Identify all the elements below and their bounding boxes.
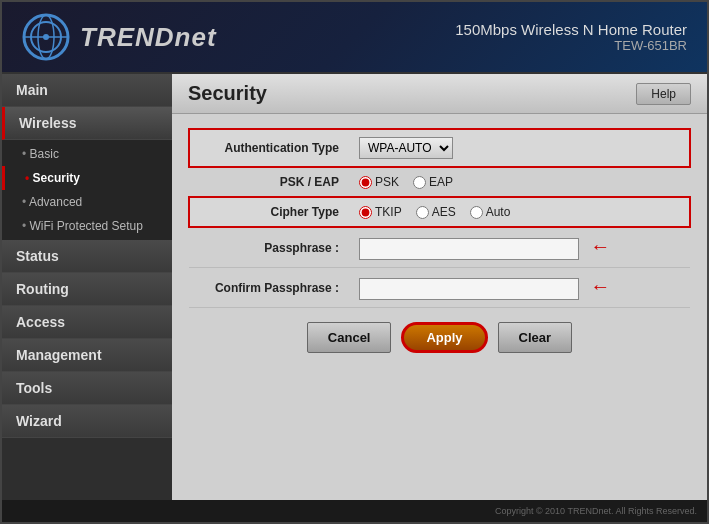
eap-label-text: EAP	[429, 175, 453, 189]
aes-radio[interactable]	[416, 206, 429, 219]
confirm-passphrase-arrow-icon: ←	[590, 275, 610, 298]
passphrase-label: Passphrase :	[189, 227, 349, 268]
clear-button[interactable]: Clear	[498, 322, 573, 353]
auth-type-label: Authentication Type	[189, 129, 349, 167]
tkip-radio[interactable]	[359, 206, 372, 219]
sidebar-item-status[interactable]: Status	[2, 240, 172, 273]
brand-name: TRENDnet	[80, 22, 217, 53]
passphrase-input[interactable]	[359, 238, 579, 260]
psk-eap-cell: PSK EAP	[349, 167, 690, 197]
cipher-type-cell: TKIP AES Auto	[349, 197, 690, 227]
apply-button[interactable]: Apply	[401, 322, 487, 353]
sidebar-item-main[interactable]: Main	[2, 74, 172, 107]
aes-label-text: AES	[432, 205, 456, 219]
page-header: Security Help	[172, 74, 707, 114]
psk-eap-row: PSK / EAP PSK EAP	[189, 167, 690, 197]
sidebar-subitem-wifi-protected[interactable]: WiFi Protected Setup	[2, 214, 172, 238]
footer: Copyright © 2010 TRENDnet. All Rights Re…	[2, 500, 707, 522]
confirm-passphrase-cell: ←	[349, 268, 690, 308]
psk-radio[interactable]	[359, 176, 372, 189]
auto-label-text: Auto	[486, 205, 511, 219]
logo-area: TRENDnet	[22, 13, 217, 61]
confirm-passphrase-input[interactable]	[359, 278, 579, 300]
aes-radio-label[interactable]: AES	[416, 205, 456, 219]
sidebar-item-tools[interactable]: Tools	[2, 372, 172, 405]
svg-point-4	[43, 34, 49, 40]
header: TRENDnet 150Mbps Wireless N Home Router …	[2, 2, 707, 74]
sidebar-item-wizard[interactable]: Wizard	[2, 405, 172, 438]
psk-radio-label[interactable]: PSK	[359, 175, 399, 189]
sidebar-item-routing[interactable]: Routing	[2, 273, 172, 306]
copyright-text: Copyright © 2010 TRENDnet. All Rights Re…	[495, 506, 697, 516]
cancel-button[interactable]: Cancel	[307, 322, 392, 353]
tkip-radio-label[interactable]: TKIP	[359, 205, 402, 219]
trendnet-logo-icon	[22, 13, 70, 61]
auth-type-cell: WPA-AUTO WPA WPA2 WEP None	[349, 129, 690, 167]
sidebar-item-wireless[interactable]: Wireless	[2, 107, 172, 140]
eap-radio-label[interactable]: EAP	[413, 175, 453, 189]
model-number: TEW-651BR	[455, 38, 687, 53]
psk-eap-radio-group: PSK EAP	[359, 175, 680, 189]
buttons-row: Cancel Apply Clear	[188, 312, 691, 363]
auth-type-select[interactable]: WPA-AUTO WPA WPA2 WEP None	[359, 137, 453, 159]
help-button[interactable]: Help	[636, 83, 691, 105]
sidebar-subitem-security[interactable]: Security	[2, 166, 172, 190]
cipher-type-label: Cipher Type	[189, 197, 349, 227]
app-frame: TRENDnet 150Mbps Wireless N Home Router …	[0, 0, 709, 524]
sidebar-item-access[interactable]: Access	[2, 306, 172, 339]
form-area: Authentication Type WPA-AUTO WPA WPA2 WE…	[172, 114, 707, 500]
sidebar-subitem-basic[interactable]: Basic	[2, 142, 172, 166]
sidebar-subitem-advanced[interactable]: Advanced	[2, 190, 172, 214]
auth-type-row: Authentication Type WPA-AUTO WPA WPA2 WE…	[189, 129, 690, 167]
confirm-passphrase-label: Confirm Passphrase :	[189, 268, 349, 308]
auto-radio[interactable]	[470, 206, 483, 219]
cipher-radio-group: TKIP AES Auto	[359, 205, 679, 219]
confirm-passphrase-row: Confirm Passphrase : ←	[189, 268, 690, 308]
eap-radio[interactable]	[413, 176, 426, 189]
cipher-type-row: Cipher Type TKIP AES	[189, 197, 690, 227]
passphrase-cell: ←	[349, 227, 690, 268]
header-right: 150Mbps Wireless N Home Router TEW-651BR	[455, 21, 687, 53]
sidebar-item-management[interactable]: Management	[2, 339, 172, 372]
psk-label-text: PSK	[375, 175, 399, 189]
tkip-label-text: TKIP	[375, 205, 402, 219]
sidebar: Main Wireless Basic Security Advanced Wi…	[2, 74, 172, 500]
wireless-submenu: Basic Security Advanced WiFi Protected S…	[2, 140, 172, 240]
content-area: Main Wireless Basic Security Advanced Wi…	[2, 74, 707, 500]
main-panel: Security Help Authentication Type WPA-AU…	[172, 74, 707, 500]
psk-eap-label: PSK / EAP	[189, 167, 349, 197]
product-name: 150Mbps Wireless N Home Router	[455, 21, 687, 38]
passphrase-row: Passphrase : ←	[189, 227, 690, 268]
settings-table: Authentication Type WPA-AUTO WPA WPA2 WE…	[188, 128, 691, 308]
passphrase-arrow-icon: ←	[590, 235, 610, 258]
page-title: Security	[188, 82, 267, 105]
auto-radio-label[interactable]: Auto	[470, 205, 511, 219]
